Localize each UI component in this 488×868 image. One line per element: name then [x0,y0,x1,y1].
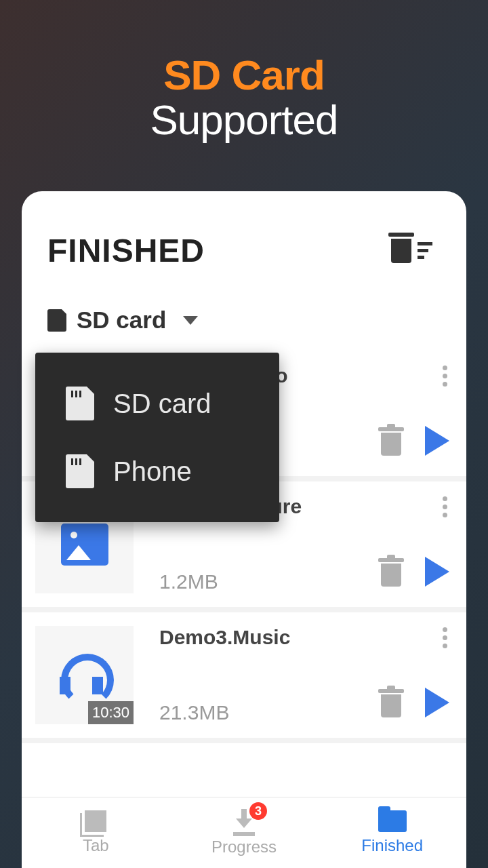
list-item: 10:30 Demo3.Music 21.3MB [22,612,466,743]
nav-label: Tab [83,836,109,855]
nav-progress[interactable]: 3 Progress [170,797,319,868]
item-text: Demo3.Music 21.3MB [134,626,381,724]
progress-badge: 3 [249,802,267,820]
thumbnail: 10:30 [35,626,134,724]
more-button[interactable] [443,496,447,517]
play-button[interactable] [425,688,449,717]
nav-tab[interactable]: Tab [22,797,170,868]
hero: SD Card Supported [0,0,488,171]
sd-card-icon [66,454,94,488]
storage-dropdown: SD card Phone [35,353,279,522]
panel-header: FINISHED [22,191,466,276]
delete-button[interactable] [381,694,401,717]
page-title: FINISHED [47,232,205,269]
play-button[interactable] [425,557,449,587]
storage-filter[interactable]: SD card [22,276,466,351]
headphones-icon [61,655,108,696]
more-button[interactable] [443,366,447,387]
trash-icon [391,239,411,263]
image-icon [61,524,108,566]
sd-card-icon [66,387,94,420]
delete-button[interactable] [381,564,401,587]
hero-title-accent: SD Card [0,51,488,99]
tabs-icon [85,810,106,832]
hero-title-sub: Supported [0,96,488,144]
dropdown-item-phone[interactable]: Phone [35,437,279,505]
storage-filter-label: SD card [77,307,166,334]
item-filename: Demo3.Music [159,626,381,649]
bottom-nav: Tab 3 Progress Finished [22,797,466,868]
folder-icon [378,810,407,832]
play-button[interactable] [425,426,449,456]
duration-badge: 10:30 [88,701,134,724]
nav-label: Progress [211,837,277,856]
dropdown-item-sd-card[interactable]: SD card [35,370,279,437]
sd-card-icon [47,309,66,332]
delete-button[interactable] [381,433,401,456]
finished-panel: FINISHED SD card Demo1.Video Dem [22,191,466,868]
item-size: 21.3MB [159,701,381,724]
more-button[interactable] [443,627,447,648]
list-lines-icon [418,242,432,259]
clear-all-button[interactable] [391,239,432,263]
item-size: 1.2MB [159,570,381,593]
dropdown-label: Phone [113,456,192,487]
nav-label: Finished [361,836,423,855]
nav-finished[interactable]: Finished [318,797,466,868]
dropdown-label: SD card [113,389,211,419]
download-icon: 3 [232,809,256,833]
chevron-down-icon [183,316,198,325]
